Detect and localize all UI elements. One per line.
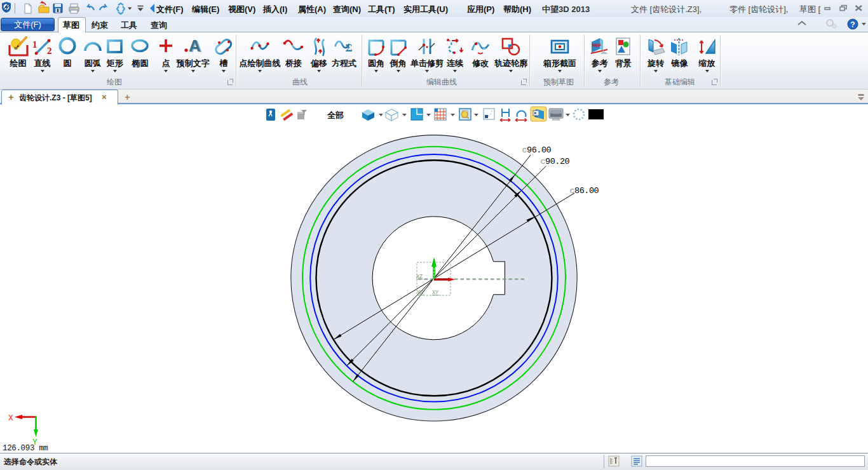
svg-text:2: 2 bbox=[47, 46, 52, 56]
svg-text:A: A bbox=[189, 36, 201, 55]
svg-text:Σ: Σ bbox=[346, 42, 353, 54]
svg-text:c90.20: c90.20 bbox=[541, 157, 570, 166]
svg-text:REF: REF bbox=[592, 43, 602, 48]
svg-text:X: X bbox=[8, 413, 13, 423]
svg-text:全部: 全部 bbox=[327, 111, 344, 120]
svg-text:c86.00: c86.00 bbox=[570, 186, 599, 196]
svg-text:1: 1 bbox=[32, 39, 37, 50]
svg-text:?: ? bbox=[850, 20, 855, 29]
svg-text:126.093 mm: 126.093 mm bbox=[3, 444, 48, 453]
svg-text:c96.00: c96.00 bbox=[522, 145, 552, 155]
